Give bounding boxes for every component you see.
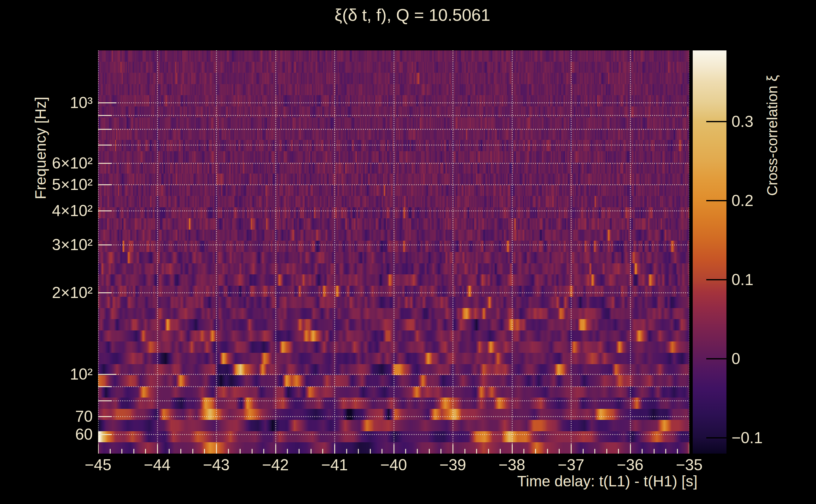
x-tick-label: −37 (546, 456, 596, 474)
colorbar-tick-label: −0.1 (732, 429, 763, 447)
x-tick-label: −43 (191, 456, 242, 474)
colorbar-tick (706, 121, 727, 122)
y-tick-label: 5×10² (0, 176, 93, 193)
colorbar-gradient (693, 50, 727, 454)
colorbar-tick (706, 437, 727, 438)
cross-correlation-heatmap (98, 50, 689, 454)
x-tick-label: −44 (132, 456, 182, 474)
y-tick-label: 3×10² (0, 236, 93, 254)
y-tick-label: 4×10² (0, 202, 93, 220)
colorbar-tick (706, 279, 727, 280)
colorbar-tick-label: 0.1 (732, 271, 754, 289)
x-tick-label: −39 (428, 456, 478, 474)
y-tick-label: 2×10² (0, 284, 93, 301)
x-tick-label: −38 (487, 456, 537, 474)
root-dark-plot-page: ξ(δ t, f), Q = 10.5061 Frequency [Hz] Ti… (0, 0, 816, 504)
colorbar-tick (706, 200, 727, 201)
y-tick-label: 10³ (0, 94, 93, 112)
chart-title: ξ(δ t, f), Q = 10.5061 (335, 5, 490, 25)
colorbar-tick (706, 358, 727, 359)
x-tick-label: −35 (664, 456, 715, 474)
y-tick-label: 60 (0, 426, 93, 443)
x-tick-label: −42 (250, 456, 301, 474)
y-tick-label: 70 (0, 408, 93, 425)
colorbar-tick-label: 0.3 (732, 113, 754, 130)
x-tick-label: −36 (605, 456, 656, 474)
x-axis-title: Time delay: t(L1) - t(H1) [s] (315, 473, 698, 490)
colorbar-tick-label: 0.2 (732, 192, 754, 209)
colorbar-title: Cross-correlation ξ (764, 75, 781, 196)
y-tick-label: 6×10² (0, 154, 93, 172)
x-tick-label: −45 (73, 456, 123, 474)
x-tick-label: −40 (369, 456, 419, 474)
x-tick-label: −41 (309, 456, 360, 474)
y-tick-label: 10² (0, 365, 93, 383)
colorbar-tick-label: 0 (732, 350, 740, 368)
